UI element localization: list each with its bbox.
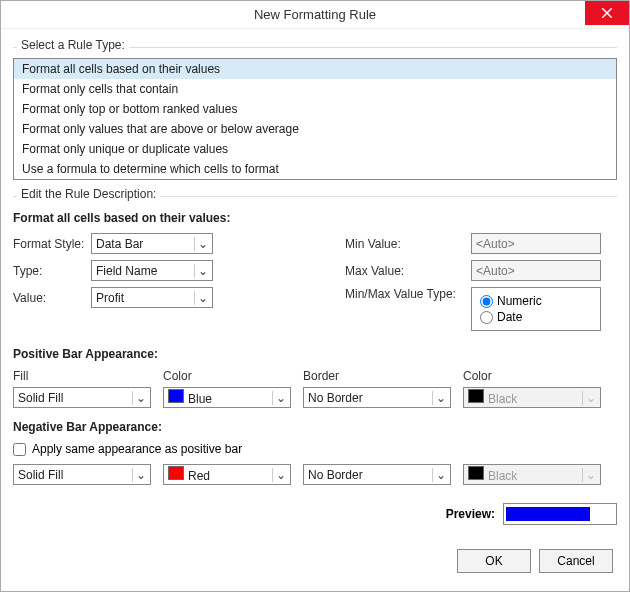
rule-type-item-5[interactable]: Use a formula to determine which cells t… <box>14 159 616 179</box>
apply-same-appearance-checkbox[interactable] <box>13 443 26 456</box>
preview-box <box>503 503 617 525</box>
chevron-down-icon: ⌄ <box>194 264 210 278</box>
black-swatch-icon <box>468 466 484 480</box>
chevron-down-icon: ⌄ <box>194 237 210 251</box>
positive-fill-select[interactable]: Solid Fill⌄ <box>13 387 151 408</box>
chevron-down-icon: ⌄ <box>432 391 448 405</box>
negative-appearance-heading: Negative Bar Appearance: <box>13 420 617 434</box>
format-style-label: Format Style: <box>13 237 91 251</box>
preview-label: Preview: <box>446 507 495 521</box>
negative-border-color-select: Black⌄ <box>463 464 601 485</box>
type-select[interactable]: Field Name⌄ <box>91 260 213 281</box>
rule-type-item-2[interactable]: Format only top or bottom ranked values <box>14 99 616 119</box>
chevron-down-icon: ⌄ <box>272 468 288 482</box>
dialog-title: New Formatting Rule <box>254 7 376 22</box>
chevron-down-icon: ⌄ <box>582 468 598 482</box>
chevron-down-icon: ⌄ <box>272 391 288 405</box>
minmax-type-numeric-radio[interactable] <box>480 295 493 308</box>
min-value-label: Min Value: <box>345 237 471 251</box>
positive-border-color-select: Black⌄ <box>463 387 601 408</box>
chevron-down-icon: ⌄ <box>132 468 148 482</box>
positive-color-select[interactable]: Blue⌄ <box>163 387 291 408</box>
chevron-down-icon: ⌄ <box>582 391 598 405</box>
negative-color-select[interactable]: Red⌄ <box>163 464 291 485</box>
rule-type-item-3[interactable]: Format only values that are above or bel… <box>14 119 616 139</box>
format-cells-heading: Format all cells based on their values: <box>13 211 617 225</box>
min-value-input[interactable] <box>471 233 601 254</box>
apply-same-appearance-label: Apply same appearance as positive bar <box>32 442 242 456</box>
blue-swatch-icon <box>168 389 184 403</box>
positive-border-header: Border <box>303 369 451 383</box>
positive-border-color-header: Color <box>463 369 601 383</box>
red-swatch-icon <box>168 466 184 480</box>
preview-bar <box>506 507 590 521</box>
rule-type-list[interactable]: Format all cells based on their values F… <box>13 58 617 180</box>
chevron-down-icon: ⌄ <box>132 391 148 405</box>
minmax-type-date-label: Date <box>497 310 522 324</box>
chevron-down-icon: ⌄ <box>194 291 210 305</box>
black-swatch-icon <box>468 389 484 403</box>
ok-button[interactable]: OK <box>457 549 531 573</box>
minmax-type-numeric-label: Numeric <box>497 294 542 308</box>
edit-description-group-label: Edit the Rule Description: <box>17 187 160 201</box>
minmax-type-label: Min/Max Value Type: <box>345 287 471 301</box>
negative-border-select[interactable]: No Border⌄ <box>303 464 451 485</box>
close-button[interactable] <box>585 1 629 25</box>
max-value-input[interactable] <box>471 260 601 281</box>
minmax-type-date-radio[interactable] <box>480 311 493 324</box>
rule-type-item-4[interactable]: Format only unique or duplicate values <box>14 139 616 159</box>
close-icon <box>602 8 612 18</box>
value-select[interactable]: Profit⌄ <box>91 287 213 308</box>
positive-fill-header: Fill <box>13 369 151 383</box>
rule-type-item-1[interactable]: Format only cells that contain <box>14 79 616 99</box>
positive-border-select[interactable]: No Border⌄ <box>303 387 451 408</box>
rule-type-item-0[interactable]: Format all cells based on their values <box>14 59 616 79</box>
cancel-button[interactable]: Cancel <box>539 549 613 573</box>
chevron-down-icon: ⌄ <box>432 468 448 482</box>
value-label: Value: <box>13 291 91 305</box>
positive-color-header: Color <box>163 369 291 383</box>
positive-appearance-heading: Positive Bar Appearance: <box>13 347 617 361</box>
max-value-label: Max Value: <box>345 264 471 278</box>
type-label: Type: <box>13 264 91 278</box>
rule-type-group-label: Select a Rule Type: <box>17 38 129 52</box>
format-style-select[interactable]: Data Bar⌄ <box>91 233 213 254</box>
negative-fill-select[interactable]: Solid Fill⌄ <box>13 464 151 485</box>
